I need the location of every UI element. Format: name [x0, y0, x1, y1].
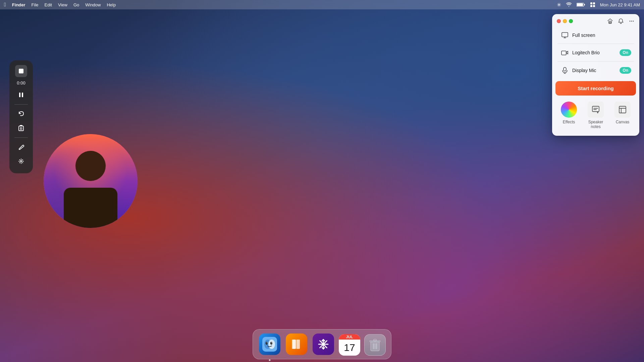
dock-books[interactable] [285, 333, 308, 356]
effects-label: Effects [563, 120, 575, 124]
menubar-finder[interactable]: Finder [12, 2, 25, 7]
battery-icon[interactable] [577, 2, 585, 7]
traffic-lights [557, 19, 573, 23]
draw-button[interactable] [15, 141, 27, 153]
divider-2 [557, 61, 634, 62]
svg-point-15 [630, 21, 631, 22]
dock: JUL 17 [253, 329, 391, 359]
divider-1 [557, 44, 634, 44]
svg-rect-6 [593, 5, 595, 7]
recording-toolbar: 0:00 [9, 60, 33, 173]
pause-button[interactable] [15, 89, 27, 101]
stop-button[interactable] [15, 65, 27, 77]
effects-button[interactable] [15, 155, 27, 167]
wifi-icon[interactable] [566, 2, 572, 7]
menubar-view[interactable]: View [58, 2, 67, 7]
minimize-button[interactable] [563, 19, 567, 23]
person-body [64, 188, 117, 228]
svg-rect-8 [22, 93, 23, 97]
dock-trash[interactable] [364, 334, 386, 356]
control-center-icon[interactable] [590, 2, 595, 7]
spotlight-icon[interactable]: ✳ [557, 2, 561, 8]
bell-icon[interactable] [618, 18, 624, 24]
svg-rect-5 [590, 5, 592, 7]
menubar-file[interactable]: File [32, 2, 39, 7]
svg-rect-22 [564, 67, 566, 71]
menubar-datetime: Mon Jun 22 9:41 AM [600, 2, 640, 7]
menubar-edit[interactable]: Edit [45, 2, 52, 7]
monitor-icon [560, 32, 570, 38]
svg-rect-28 [619, 106, 626, 113]
svg-rect-14 [609, 22, 611, 23]
microphone-icon [560, 67, 570, 74]
calendar-day: 17 [344, 340, 355, 356]
canvas-item[interactable]: Canvas [611, 102, 634, 124]
timer-display: 0:00 [17, 79, 25, 87]
person-head [75, 151, 106, 181]
delete-button[interactable] [15, 122, 27, 134]
dock-finder[interactable] [258, 333, 281, 356]
svg-rect-4 [593, 2, 595, 4]
dock-calendar[interactable]: JUL 17 [339, 334, 360, 356]
svg-rect-7 [19, 93, 20, 97]
menubar-right: ✳ Mon Jun 22 9:41 AM [557, 2, 640, 8]
svg-rect-2 [584, 4, 585, 5]
svg-rect-39 [292, 340, 293, 349]
fullscreen-label: Full screen [572, 33, 631, 38]
effects-icon [561, 102, 577, 118]
logitech-label: Logitech Brio [572, 50, 620, 55]
calendar-month: JUL [339, 334, 360, 340]
svg-point-16 [631, 21, 632, 22]
effects-item[interactable]: Effects [557, 102, 581, 124]
svg-point-17 [633, 21, 634, 22]
panel-actions [607, 18, 635, 24]
svg-rect-37 [292, 340, 296, 349]
toolbar-divider-2 [14, 137, 28, 138]
close-button[interactable] [557, 19, 561, 23]
camera-icon [560, 50, 570, 56]
apple-menu[interactable]:  [4, 2, 6, 8]
display-mic-row[interactable]: Display Mic On [555, 63, 637, 78]
more-icon[interactable] [629, 18, 635, 24]
menubar-go[interactable]: Go [73, 2, 79, 7]
undo-button[interactable] [15, 108, 27, 120]
speaker-notes-label: Speaker notes [584, 120, 607, 129]
menubar-help[interactable]: Help [107, 2, 116, 7]
speaker-notes-icon [588, 102, 604, 118]
svg-rect-9 [19, 126, 23, 131]
panel-titlebar [552, 14, 639, 27]
svg-rect-3 [590, 2, 592, 4]
display-mic-toggle[interactable]: On [620, 67, 631, 74]
maximize-button[interactable] [569, 19, 573, 23]
toolbar-divider [14, 104, 28, 105]
menubar:  Finder File Edit View Go Window Help ✳ [0, 0, 644, 9]
dock-finder-indicator [269, 359, 271, 361]
dock-perplexity[interactable] [312, 333, 335, 356]
canvas-icon [614, 102, 631, 118]
svg-rect-1 [577, 3, 583, 6]
avatar-person [44, 134, 138, 228]
recording-panel: Full screen Logitech Brio On Display Mic… [552, 14, 639, 136]
svg-point-35 [270, 342, 272, 345]
start-recording-button[interactable]: Start recording [555, 81, 636, 96]
canvas-label: Canvas [616, 120, 630, 124]
menubar-left:  Finder File Edit View Go Window Help [4, 2, 116, 8]
logitech-row[interactable]: Logitech Brio On [555, 45, 637, 60]
svg-point-12 [20, 161, 22, 162]
svg-rect-18 [562, 33, 568, 37]
home-icon[interactable] [607, 18, 613, 24]
svg-rect-40 [296, 340, 297, 349]
panel-bottom-row: Effects Speaker notes [552, 99, 639, 130]
svg-rect-21 [561, 51, 566, 55]
logitech-toggle[interactable]: On [620, 49, 631, 56]
fullscreen-row[interactable]: Full screen [555, 28, 637, 42]
menubar-window[interactable]: Window [85, 2, 101, 7]
avatar-circle [44, 134, 138, 228]
svg-rect-25 [592, 106, 599, 112]
speaker-notes-item[interactable]: Speaker notes [584, 102, 607, 129]
svg-point-33 [266, 342, 268, 345]
stop-icon [19, 69, 23, 73]
display-mic-label: Display Mic [572, 68, 620, 73]
svg-point-36 [271, 343, 272, 344]
person-figure [60, 147, 121, 228]
